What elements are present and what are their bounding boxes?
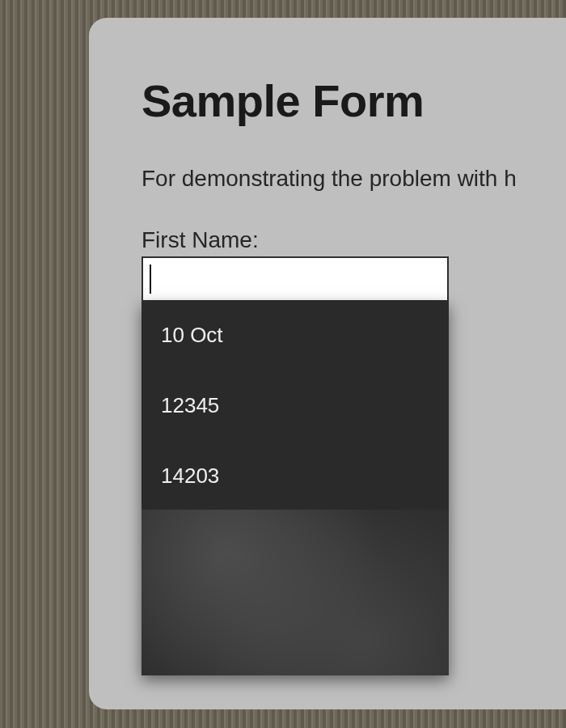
first-name-input[interactable]	[142, 256, 449, 302]
first-name-label: First Name:	[142, 227, 566, 253]
form-description: For demonstrating the problem with h	[142, 166, 566, 192]
form-card: Sample Form For demonstrating the proble…	[89, 18, 566, 709]
autocomplete-blurred-items	[142, 510, 449, 675]
autocomplete-item[interactable]: 12345	[142, 372, 449, 439]
text-caret	[150, 265, 151, 294]
page-title: Sample Form	[142, 74, 566, 127]
autocomplete-dropdown: 10 Oct 12345 14203	[142, 302, 449, 675]
autocomplete-item[interactable]: 14203	[142, 442, 449, 510]
autocomplete-item[interactable]: 10 Oct	[142, 302, 449, 369]
first-name-field-wrap: 10 Oct 12345 14203	[142, 256, 449, 302]
